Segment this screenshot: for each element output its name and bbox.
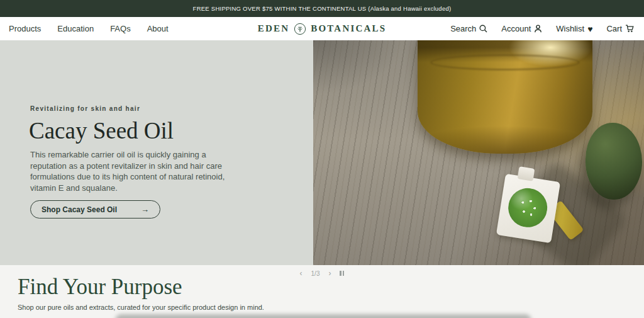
hero-title: Cacay Seed Oil: [29, 117, 174, 144]
cacay-fruit-image: [586, 123, 642, 200]
wishlist-label: Wishlist: [556, 24, 584, 33]
nav-left-links: Products Education FAQs About: [9, 24, 169, 33]
nav-item-about[interactable]: About: [147, 24, 169, 33]
shop-cacay-seed-oil-button[interactable]: Shop Cacay Seed Oil →: [30, 200, 160, 219]
section-subtitle: Shop our pure oils and extracts, curated…: [18, 304, 264, 311]
heart-icon: ♥: [587, 25, 592, 33]
logo-text-left: EDEN: [258, 23, 289, 34]
hero-eyebrow: Revitalizing for skin and hair: [30, 105, 140, 112]
bottle-rim: [430, 54, 580, 71]
carousel-next-button[interactable]: ›: [328, 270, 331, 277]
next-card-peek: [115, 314, 531, 318]
nav-item-education[interactable]: Education: [57, 24, 94, 33]
search-button[interactable]: Search: [450, 24, 487, 33]
hero-photo: [313, 40, 644, 265]
search-label: Search: [450, 24, 476, 33]
arrow-right-icon: →: [141, 205, 149, 214]
nav-item-products[interactable]: Products: [9, 24, 41, 33]
nav-right-links: Search Account Wishlist ♥ Cart: [450, 24, 634, 33]
account-label: Account: [501, 24, 531, 33]
sample-tube-image: [496, 174, 560, 244]
hero-panel: Revitalizing for skin and hair Cacay See…: [0, 40, 313, 265]
cart-icon: [625, 25, 634, 33]
logo-text-right: BOTANICALS: [311, 23, 386, 34]
wishlist-button[interactable]: Wishlist ♥: [556, 24, 592, 33]
announcement-text: FREE SHIPPING OVER $75 WITHIN THE CONTIN…: [193, 5, 452, 12]
tube-cap: [518, 166, 535, 181]
account-icon: [534, 25, 542, 33]
announcement-bar: FREE SHIPPING OVER $75 WITHIN THE CONTIN…: [0, 0, 644, 17]
hero-description: This remarkable carrier oil oil is quick…: [30, 149, 226, 193]
nav-item-faqs[interactable]: FAQs: [110, 24, 131, 33]
carousel-prev-button[interactable]: ‹: [300, 270, 303, 277]
main-nav: Products Education FAQs About EDEN BOTAN…: [0, 17, 644, 40]
section-title: Find Your Purpose: [18, 275, 182, 300]
botanical-wreath-icon: [294, 23, 306, 35]
cart-button[interactable]: Cart: [606, 24, 634, 33]
carousel-position: 1/3: [311, 270, 320, 277]
hero-carousel-controls: ‹ 1/3 ›: [281, 269, 363, 278]
cart-label: Cart: [606, 24, 622, 33]
carousel-pause-button[interactable]: [340, 271, 344, 276]
tube-logo-badge: [506, 185, 550, 230]
search-icon: [479, 25, 487, 33]
cta-label: Shop Cacay Seed Oil: [42, 205, 117, 214]
account-button[interactable]: Account: [501, 24, 542, 33]
